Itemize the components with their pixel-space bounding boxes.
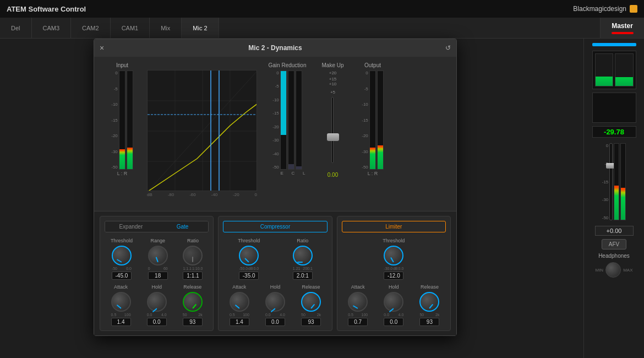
curve-group: dB -80 -60 -40 -20 0 [147,62,257,205]
limiter-hold-unit: Hold 0.04.0 0.0 [384,284,403,326]
headphones-label: Headphones [598,253,630,259]
master-bar-l [614,143,619,220]
output-fill-r [378,145,383,169]
expander-range-unit: Range 060 18 [148,238,168,280]
limiter-threshold-knob[interactable] [384,246,403,265]
nav-tabs: Del CAM3 CAM2 CAM1 Mix Mic 2 Master [0,18,644,39]
limiter-hold-indicator [389,308,394,312]
expander-range-range: 060 [148,267,168,270]
comp-release-label: Release [302,284,320,290]
tab-expander[interactable]: Expander [105,221,157,232]
expander-release-range: 502k [183,313,203,317]
limiter-release-value: 93 [419,318,439,326]
reset-icon[interactable]: ↺ [445,44,451,52]
tab-cam1[interactable]: CAM1 [111,18,150,38]
master-fader-track [609,143,613,220]
input-bar-l [119,70,125,170]
master-fader-container: 0 -5 -15 -30 -50 [602,141,626,223]
gr-fill-e [281,71,286,135]
expander-hold-label: Hold [151,284,162,290]
expander-hold-unit: Hold 0.04.0 0.0 [147,284,167,326]
comp-threshold-indicator [244,258,249,262]
expander-gate-tabs: Expander Gate [105,221,209,232]
sidebar-meter-2 [615,53,634,86]
tab-mic2[interactable]: Mic 2 [182,18,219,38]
comp-hold-unit: Hold 0.04.0 0.0 [265,284,285,326]
expander-ratio-knob[interactable] [183,246,203,265]
comp-ratio-knob[interactable] [293,246,313,265]
master-bar-r [620,143,626,220]
comp-threshold-knob[interactable] [239,246,259,265]
output-bar-r [377,70,384,170]
input-meter-group: Input 0 -5 -10 -15 -20 -30 -50 [103,62,141,205]
tab-del[interactable]: Del [0,18,32,38]
expander-attack-range: 0.5100 [111,313,131,317]
headphones-knob[interactable] [605,262,621,278]
brand-logo: Blackmagicdesign [573,5,637,13]
comp-hold-knob[interactable] [265,292,285,312]
limiter-threshold-value: -12.0 [384,272,403,280]
master-tab[interactable]: Master [600,18,644,38]
curve-display [147,70,257,191]
limiter-hold-knob[interactable] [384,292,403,312]
gr-bar-e [280,70,287,170]
comp-threshold-value: -35.0 [239,272,259,280]
makeup-fader-track [331,97,334,163]
comp-attack-knob[interactable] [230,292,249,312]
gr-fill-c [288,164,294,169]
output-scale: 0 -5 -10 -15 -20 -30 -50 [362,70,368,170]
input-fill-l [119,149,125,169]
expander-threshold-indicator [117,259,122,263]
expander-range-knob[interactable] [148,246,168,265]
expander-hold-knob[interactable] [147,292,167,312]
comp-ratio-label: Ratio [297,238,308,243]
makeup-scale-top: +20 [329,70,337,75]
curve-svg [148,70,257,191]
expander-threshold-unit: Threshold -500.0 -45.0 [111,238,133,280]
input-scale: 0 -5 -10 -15 -20 -30 -50 [111,70,118,170]
compressor-label[interactable]: Compressor [223,221,327,232]
sidebar-meter-fill-2 [615,77,633,86]
sidebar-display [592,93,636,123]
limiter-hold-label: Hold [389,284,399,290]
tab-cam2[interactable]: CAM2 [71,18,111,38]
close-icon[interactable]: × [100,44,104,52]
expander-ratio-indicator [192,257,193,262]
limiter-label[interactable]: Limiter [342,221,446,232]
expander-ratio-value: 1:1.1 [183,272,203,280]
panel-title: Mic 2 - Dynamics [248,44,302,52]
master-indicator [612,32,634,34]
expander-threshold-range: -500.0 [112,267,132,270]
comp-attack-label: Attack [232,284,246,290]
comp-attack-unit: Attack 0.5100 1.4 [230,284,249,326]
limiter-release-range: 502k [419,313,439,317]
master-meter-bars [614,143,626,220]
master-fill-r [621,188,625,220]
tab-cam3[interactable]: CAM3 [32,18,72,38]
makeup-fader-handle[interactable] [327,133,339,141]
comp-ratio-indicator [297,262,303,263]
limiter-release-knob[interactable] [419,292,439,312]
expander-range-indicator [155,257,158,262]
meters-section: Input 0 -5 -10 -15 -20 -30 -50 [94,57,456,211]
tab-gate[interactable]: Gate [157,221,209,232]
expander-release-knob[interactable] [183,292,203,312]
makeup-scale-5: +5 [330,90,335,95]
comp-release-knob[interactable] [301,292,321,312]
expander-attack-indicator [116,305,121,309]
expander-threshold-knob[interactable] [112,246,132,265]
brand-name: Blackmagicdesign [573,5,626,13]
limiter-threshold-unit: Threshold -30.0dB0.0 -12.0 [383,238,405,280]
comp-release-unit: Release 502k 93 [301,284,321,326]
expander-knobs-bottom: Attack 0.5100 1.4 Hold [105,284,209,326]
comp-hold-indicator [271,308,276,312]
expander-attack-knob[interactable] [111,292,131,312]
compressor-knobs-top: Threshold -50.0dB0.0 -35.0 Ratio [223,238,327,280]
master-fader-value: +0.00 [595,226,634,236]
comp-attack-value: 1.4 [230,318,249,326]
output-lr: L : R [368,171,378,176]
limiter-threshold-indicator [390,257,394,263]
limiter-attack-knob[interactable] [348,292,368,312]
afv-button[interactable]: AFV [602,239,626,249]
tab-mix[interactable]: Mix [150,18,182,38]
